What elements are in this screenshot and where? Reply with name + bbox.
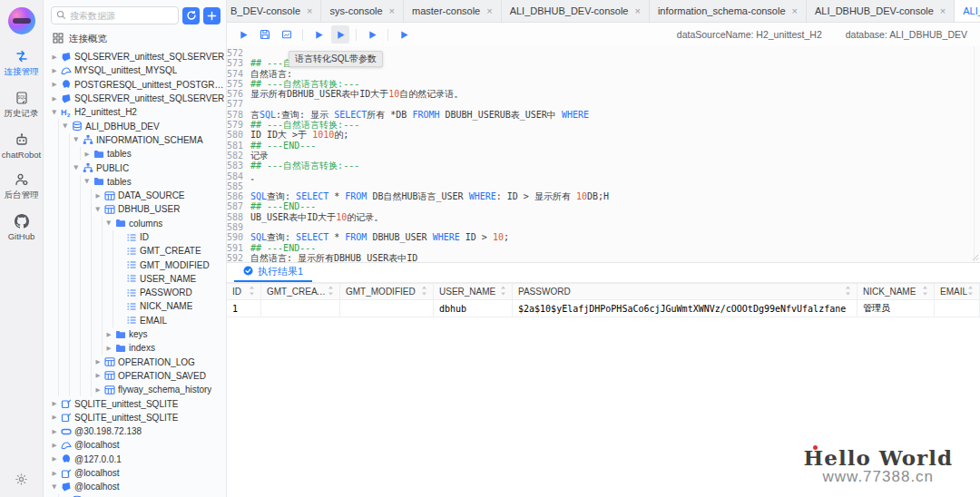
column-header-EMAIL[interactable]: EMAIL [935,284,980,299]
sort-icon[interactable] [967,286,974,297]
chevron-collapsed-icon[interactable]: ▶ [49,470,60,477]
rail-item-后台管理[interactable]: 后台管理 [2,172,41,201]
tree-item-DBHUB_USER[interactable]: ▶DBHUB_USER [44,202,226,216]
tree-item-indexs[interactable]: ▶indexs [44,341,226,355]
tree-item-@127.0.0.1[interactable]: ▶@127.0.0.1 [44,453,226,466]
sort-icon[interactable] [328,286,334,297]
rail-item-chatRobot[interactable]: chatRobot [2,132,41,160]
column-header-GMT_MODIFIED[interactable]: GMT_MODIFIED [340,284,434,299]
chevron-collapsed-icon[interactable]: ▶ [103,345,114,352]
chevron-expanded-icon[interactable]: ▶ [73,134,80,145]
search-input[interactable] [70,11,173,21]
console-tab[interactable]: ALI_DBHUB_DEV-console× [807,0,955,22]
tree-item-OPERATION_SAVED[interactable]: ▶OPERATION_SAVED [44,369,226,383]
tree-item-INFORMATION_SCHEMA[interactable]: ▶INFORMATION_SCHEMA [44,133,226,147]
chevron-collapsed-icon[interactable]: ▶ [49,400,60,407]
tree-item-USER_NAME[interactable]: USER_NAME [44,272,226,286]
connection-overview[interactable]: 连接概览 [44,29,226,49]
console-tab[interactable]: information_schema-console× [650,0,807,22]
execute-button[interactable] [363,25,381,44]
column-header-USER_NAME[interactable]: USER_NAME [434,284,513,299]
result-tab[interactable]: 执行结果1 [234,263,312,282]
execute-button[interactable] [309,25,328,44]
refresh-button[interactable] [182,7,200,24]
chevron-collapsed-icon[interactable]: ▶ [49,455,60,463]
tab-close-icon[interactable]: × [634,6,640,16]
chevron-collapsed-icon[interactable]: ▶ [49,442,60,449]
chevron-collapsed-icon[interactable]: ▶ [49,428,60,435]
avatar[interactable] [8,7,35,34]
tab-close-icon[interactable]: × [307,6,312,16]
tree-item-tables[interactable]: ▶tables [44,175,226,189]
sort-icon[interactable] [922,286,928,297]
sql-editor[interactable]: 572573## ---自574自然语言:575## ---自然语言转换:---… [227,46,980,262]
tree-item-EMAIL[interactable]: EMAIL [44,314,226,327]
rail-item-历史记录[interactable]: SQL历史记录 [2,91,41,120]
tree-item-POSTGRESQL_unittest_POSTGRESQL[interactable]: ▶POSTGRESQL_unittest_POSTGRESQL [44,78,226,92]
chevron-expanded-icon[interactable]: ▶ [51,107,58,118]
tree-item-master[interactable]: ▶master [44,494,226,497]
settings-gear-icon[interactable] [15,473,28,490]
chevron-collapsed-icon[interactable]: ▶ [93,386,103,394]
execute-button[interactable] [331,25,349,44]
console-tab[interactable]: ALI_DBHUB_DEV-console× [955,0,980,22]
chevron-collapsed-icon[interactable]: ▶ [49,67,60,74]
chevron-expanded-icon[interactable]: ▶ [51,482,58,492]
rail-item-连接管理[interactable]: 连接管理 [2,49,41,78]
chevron-collapsed-icon[interactable]: ▶ [49,81,60,88]
execute-button[interactable] [234,25,252,44]
tree-item-@localhost[interactable]: ▶@localhost [44,438,226,452]
tree-item-SQLSERVER_unittest_SQLSERVER[interactable]: ▶SQLSERVER_unittest_SQLSERVER [44,50,226,63]
column-header-NICK_NAME[interactable]: NICK_NAME [858,284,935,299]
tree-item-GMT_CREATE[interactable]: GMT_CREATE [44,244,226,258]
column-header-GMT_CREATE[interactable]: GMT_CREATE [261,284,340,299]
tree-item-SQLITE_unittest_SQLITE[interactable]: ▶SQLITE_unittest_SQLITE [44,396,226,410]
chevron-expanded-icon[interactable]: ▶ [94,204,102,215]
sort-icon[interactable] [845,286,851,297]
chevron-collapsed-icon[interactable]: ▶ [49,54,60,61]
format-button[interactable] [278,25,296,44]
tree-item-MYSQL_unittest_MYSQL[interactable]: ▶MYSQL_unittest_MYSQL [44,63,226,77]
tree-item-PASSWORD[interactable]: PASSWORD [44,286,226,299]
column-header-PASSWORD[interactable]: PASSWORD [513,284,858,299]
tree-item-ALI_DBHUB_DEV[interactable]: ▶ALI_DBHUB_DEV [44,119,226,132]
chevron-collapsed-icon[interactable]: ▶ [93,358,103,365]
tree-item-columns[interactable]: ▶columns [44,217,226,230]
tree-item-ID[interactable]: ID [44,230,226,244]
chevron-collapsed-icon[interactable]: ▶ [93,372,103,379]
console-tab[interactable]: sys-console× [321,0,404,22]
tree-item-tables[interactable]: ▶tables [44,147,226,161]
save-button[interactable] [256,25,274,44]
chevron-collapsed-icon[interactable]: ▶ [93,192,103,200]
tab-close-icon[interactable]: × [940,6,946,16]
tree-item-flyway_schema_history[interactable]: ▶flyway_schema_history [44,383,226,396]
tree-item-H2_unittest_H2[interactable]: ▶H2H2_unittest_H2 [44,105,226,119]
resize-handle-icon[interactable] [972,254,979,261]
chevron-collapsed-icon[interactable]: ▶ [103,331,114,338]
tab-close-icon[interactable]: × [389,6,395,16]
chevron-collapsed-icon[interactable]: ▶ [82,151,93,158]
tree-item-keys[interactable]: ▶keys [44,327,226,341]
table-row[interactable]: 1dbhub$2a$10$yElafjDHPoPHSaCo6cjJGuWmtXW… [227,300,980,317]
tree-item-GMT_MODIFIED[interactable]: GMT_MODIFIED [44,258,226,271]
add-datasource-button[interactable] [203,7,220,24]
tree-item-@localhost[interactable]: ▶@localhost [44,480,226,493]
tree-item-@localhost[interactable]: ▶@localhost [44,466,226,480]
chevron-expanded-icon[interactable]: ▶ [62,121,69,132]
chevron-collapsed-icon[interactable]: ▶ [49,95,60,102]
tree-item-SQLITE_unittest_SQLITE[interactable]: ▶SQLITE_unittest_SQLITE [44,411,226,424]
sort-icon[interactable] [421,286,427,297]
chevron-expanded-icon[interactable]: ▶ [105,218,113,229]
sort-icon[interactable] [249,286,255,297]
column-header-ID[interactable]: ID [227,284,261,299]
rail-item-GitHub[interactable]: GitHub [2,214,41,241]
tree-item-@30.198.72.138[interactable]: ▶@30.198.72.138 [44,424,226,438]
sort-icon[interactable] [500,286,506,297]
datasource-search[interactable] [51,6,179,24]
tree-item-PUBLIC[interactable]: ▶PUBLIC [44,161,226,174]
tab-close-icon[interactable]: × [486,6,492,16]
chevron-expanded-icon[interactable]: ▶ [73,162,80,173]
console-tab[interactable]: ALI_DBHUB_DEV-console× [502,0,650,22]
editor-scrollbar[interactable] [974,46,980,262]
tree-item-DATA_SOURCE[interactable]: ▶DATA_SOURCE [44,189,226,202]
